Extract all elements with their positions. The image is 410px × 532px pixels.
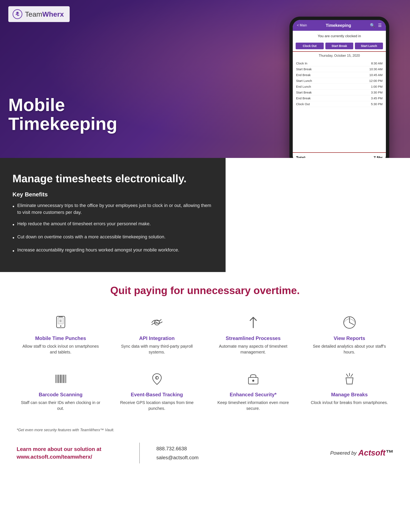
benefits-list: •Eliminate unnecessary trips to the offi…	[12, 202, 213, 255]
clock-out-button[interactable]: Clock Out	[296, 43, 324, 49]
feature-title: Manage Breaks	[331, 392, 368, 398]
enhanced-security--icon	[246, 371, 261, 388]
entry-label: Start Break	[296, 67, 312, 71]
svg-rect-12	[59, 375, 60, 383]
time-entry: Start Break3:30 PM	[296, 90, 382, 95]
svg-rect-17	[66, 375, 66, 383]
logo-text: TeamWherx	[25, 10, 64, 18]
start-lunch-button[interactable]: Start Lunch	[355, 43, 383, 49]
feature-title: Event-Based Tracking	[131, 392, 183, 398]
entry-label: Clock In	[296, 62, 307, 65]
phone-status-text: You are currently clocked in	[293, 31, 386, 40]
svg-rect-14	[62, 375, 62, 383]
time-entry: Clock Out5:30 PM	[296, 101, 382, 107]
middle-section: Manage timesheets electronically. Key Be…	[0, 158, 410, 272]
svg-rect-9	[56, 375, 56, 383]
time-entry: End Break3:45 PM	[296, 95, 382, 101]
phone-action-buttons: Clock Out Start Break Start Lunch	[293, 40, 386, 52]
svg-rect-10	[57, 375, 57, 383]
feature-item: Streamlined Processes Automate many aspe…	[209, 311, 297, 359]
footer-note: *Get even more security features with Te…	[0, 424, 410, 434]
phone-header: < Main Timekeeping 🔍 ☰	[293, 20, 386, 31]
footer-learn-more: Learn more about our solution at www.act…	[17, 445, 131, 461]
phone-mockup: < Main Timekeeping 🔍 ☰ You are currently…	[289, 17, 389, 158]
phone-back-button[interactable]: < Main	[297, 23, 307, 27]
features-grid-row2: Barcode Scanning Staff can scan their ID…	[0, 367, 410, 424]
entry-time: 3:45 PM	[371, 96, 382, 100]
footer-website-link[interactable]: www.actsoft.com/teamwherx/	[17, 454, 92, 460]
footer-bottom: Learn more about our solution at www.act…	[0, 434, 410, 474]
entry-label: Start Break	[296, 91, 312, 94]
svg-rect-16	[64, 375, 65, 383]
time-entry: End Break10:45 AM	[296, 72, 382, 78]
svg-rect-11	[58, 375, 59, 383]
phone-header-icons: 🔍 ☰	[370, 23, 382, 28]
right-content	[225, 158, 410, 272]
key-benefits-label: Key Benefits	[12, 191, 213, 198]
feature-desc: Clock in/out for breaks from smartphones…	[311, 400, 388, 405]
entry-label: End Break	[296, 73, 311, 77]
footer-phone: 888.732.6638	[156, 444, 271, 453]
entry-time: 12:00 PM	[369, 79, 382, 83]
mobile-time-punches-icon: ①	[53, 315, 68, 332]
entry-time: 8:30 AM	[371, 62, 382, 65]
entry-label: End Break	[296, 96, 311, 100]
feature-title: Streamlined Processes	[225, 335, 281, 341]
svg-rect-15	[63, 375, 64, 383]
features-grid-row1: ① Mobile Time Punches Allow staff to clo…	[0, 311, 410, 367]
logo-bar: TeamWherx	[8, 6, 70, 22]
time-entry: Clock In8:30 AM	[296, 60, 382, 66]
svg-point-18	[156, 376, 158, 379]
entry-time: 10:30 AM	[370, 67, 382, 71]
phone-frame: < Main Timekeeping 🔍 ☰ You are currently…	[289, 17, 389, 158]
start-break-button[interactable]: Start Break	[325, 43, 353, 49]
entry-time: 10:45 AM	[370, 73, 382, 77]
footer-contact: 888.732.6638 sales@actsoft.com	[148, 444, 271, 462]
feature-item: ① Mobile Time Punches Allow staff to clo…	[17, 311, 105, 359]
svg-line-23	[351, 374, 353, 377]
svg-rect-13	[60, 375, 61, 383]
footer-divider	[139, 443, 140, 463]
feature-item: API Integration Sync data with many thir…	[113, 311, 201, 359]
time-entry: End Lunch1:00 PM	[296, 84, 382, 90]
phone-time-entries: Clock In8:30 AMStart Break10:30 AMEnd Br…	[293, 60, 386, 152]
feature-title: Mobile Time Punches	[35, 335, 86, 341]
phone-date: Thursday, October 15, 2020	[293, 52, 386, 60]
feature-desc: Receive GPS location stamps from time pu…	[115, 400, 199, 411]
phone-total: Total: 7.5hr	[293, 152, 386, 158]
actsoft-brand: Actsoft™	[358, 448, 393, 457]
bullet-icon: •	[12, 234, 14, 242]
feature-item: View Reports See detailed analytics abou…	[305, 311, 393, 359]
entry-time: 5:30 PM	[371, 102, 382, 106]
view-reports-icon	[342, 315, 357, 332]
feature-item: Event-Based Tracking Receive GPS locatio…	[113, 367, 201, 415]
bullet-icon: •	[12, 202, 14, 216]
feature-title: API Integration	[139, 335, 175, 341]
svg-line-22	[346, 374, 348, 377]
powered-by-text: Powered by	[330, 450, 357, 456]
feature-desc: See detailed analytics about your staff'…	[308, 343, 391, 355]
footer-brand: Powered by Actsoft™	[279, 448, 393, 457]
entry-time: 3:30 PM	[371, 91, 382, 94]
manage-breaks-icon	[342, 371, 357, 388]
svg-text:①: ①	[59, 319, 62, 323]
benefit-item: •Eliminate unnecessary trips to the offi…	[12, 202, 213, 216]
footer-email: sales@actsoft.com	[156, 453, 271, 462]
bullet-icon: •	[12, 247, 14, 255]
feature-desc: Keep timesheet information even more sec…	[211, 400, 295, 411]
search-icon[interactable]: 🔍	[370, 23, 375, 28]
svg-point-2	[16, 12, 19, 14]
teamwherx-logo-icon	[12, 9, 22, 19]
feature-item: Barcode Scanning Staff can scan their ID…	[17, 367, 105, 415]
entry-label: Clock Out	[296, 102, 310, 106]
left-content: Manage timesheets electronically. Key Be…	[0, 158, 225, 272]
event-based-tracking-icon	[150, 371, 164, 388]
benefit-text: Help reduce the amount of timesheet erro…	[17, 220, 151, 229]
benefit-item: •Increase accountability regarding hours…	[12, 247, 213, 255]
total-value: 7.5hr	[374, 156, 382, 158]
middle-heading: Manage timesheets electronically.	[12, 172, 213, 185]
benefit-item: •Cut down on overtime costs with a more …	[12, 233, 213, 242]
quit-section: Quit paying for unnecessary overtime.	[0, 272, 410, 311]
hero-section: TeamWherx Mobile Timekeeping < Main Time…	[0, 0, 410, 158]
menu-icon[interactable]: ☰	[378, 23, 382, 28]
